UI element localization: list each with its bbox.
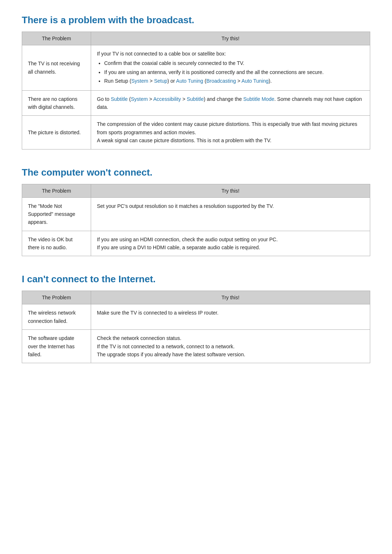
- problem-cell: The video is OK but there is no audio.: [22, 231, 91, 256]
- broadcast-col2-header: Try this!: [91, 32, 370, 45]
- broadcast-col1-header: The Problem: [22, 32, 91, 45]
- broadcast-table: The Problem Try this! The TV is not rece…: [22, 32, 370, 149]
- table-row: There are no captions with digital chann…: [22, 90, 370, 116]
- table-row: The TV is not receiving all channels. If…: [22, 45, 370, 91]
- list-item: Run Setup (System > Setup) or Auto Tunin…: [104, 77, 364, 85]
- broadcasting-link[interactable]: Broadcasting: [206, 78, 236, 84]
- internet-col1-header: The Problem: [22, 291, 91, 304]
- computer-section: The computer won't connect. The Problem …: [22, 167, 370, 257]
- problem-cell: There are no captions with digital chann…: [22, 90, 91, 116]
- problem-cell: The wireless network connection failed.: [22, 304, 91, 330]
- solution-cell: Make sure the TV is connected to a wirel…: [91, 304, 370, 330]
- computer-title: The computer won't connect.: [22, 167, 370, 178]
- computer-col1-header: The Problem: [22, 184, 91, 197]
- table-row: The software update over the Internet ha…: [22, 330, 370, 363]
- subtitle-mode-link[interactable]: Subtitle Mode: [243, 96, 274, 102]
- problem-cell: The "Mode Not Supported" message appears…: [22, 197, 91, 231]
- table-row: The video is OK but there is no audio. I…: [22, 231, 370, 256]
- system-link[interactable]: System: [131, 96, 148, 102]
- auto-tuning-link[interactable]: Auto Tuning: [176, 78, 203, 84]
- table-row: The wireless network connection failed. …: [22, 304, 370, 330]
- list-item: If you are using an antenna, verify it i…: [104, 68, 364, 76]
- solution-cell: Check the network connection status. If …: [91, 330, 370, 363]
- broadcast-title: There is a problem with the broadcast.: [22, 15, 370, 26]
- problem-cell: The software update over the Internet ha…: [22, 330, 91, 363]
- computer-table: The Problem Try this! The "Mode Not Supp…: [22, 184, 370, 257]
- internet-title: I can't connect to the Internet.: [22, 274, 370, 285]
- list-item: Confirm that the coaxial cable is secure…: [104, 59, 364, 67]
- internet-col2-header: Try this!: [91, 291, 370, 304]
- solution-cell: The compression of the video content may…: [91, 116, 370, 149]
- broadcast-section: There is a problem with the broadcast. T…: [22, 15, 370, 149]
- setup-link2[interactable]: Setup: [154, 78, 167, 84]
- accessibility-link[interactable]: Accessibility: [153, 96, 181, 102]
- setup-link[interactable]: System: [131, 78, 148, 84]
- solution-cell: Set your PC's output resolution so it ma…: [91, 197, 370, 231]
- solution-cell: If you are using an HDMI connection, che…: [91, 231, 370, 256]
- internet-section: I can't connect to the Internet. The Pro…: [22, 274, 370, 363]
- subtitle-link[interactable]: Subtitle: [111, 96, 128, 102]
- solution-cell: If your TV is not connected to a cable b…: [91, 45, 370, 91]
- computer-col2-header: Try this!: [91, 184, 370, 197]
- table-row: The "Mode Not Supported" message appears…: [22, 197, 370, 231]
- auto-tuning-link2[interactable]: Auto Tuning: [241, 78, 269, 84]
- problem-cell: The picture is distorted.: [22, 116, 91, 149]
- internet-table: The Problem Try this! The wireless netwo…: [22, 291, 370, 363]
- table-row: The picture is distorted. The compressio…: [22, 116, 370, 149]
- solution-cell: Go to Subtitle (System > Accessibility >…: [91, 90, 370, 116]
- subtitle-link2[interactable]: Subtitle: [187, 96, 204, 102]
- problem-cell: The TV is not receiving all channels.: [22, 45, 91, 91]
